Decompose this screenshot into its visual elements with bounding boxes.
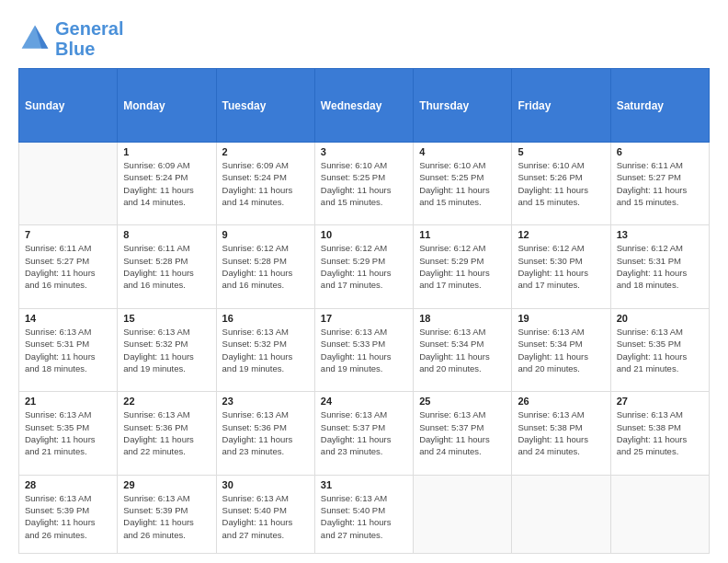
calendar-cell: 29Sunrise: 6:13 AM Sunset: 5:39 PM Dayli…: [118, 475, 216, 553]
day-number: 1: [123, 146, 210, 157]
day-info: Sunrise: 6:11 AM Sunset: 5:28 PM Dayligh…: [123, 242, 210, 291]
day-number: 17: [321, 313, 407, 324]
day-number: 19: [518, 313, 604, 324]
logo-text: General Blue: [55, 18, 123, 59]
day-info: Sunrise: 6:13 AM Sunset: 5:35 PM Dayligh…: [25, 408, 111, 457]
day-info: Sunrise: 6:13 AM Sunset: 5:37 PM Dayligh…: [419, 408, 506, 457]
weekday-header-saturday: Saturday: [610, 69, 709, 143]
calendar-cell: 31Sunrise: 6:13 AM Sunset: 5:40 PM Dayli…: [314, 475, 413, 553]
day-info: Sunrise: 6:13 AM Sunset: 5:33 PM Dayligh…: [321, 326, 407, 374]
day-number: 20: [617, 313, 703, 324]
calendar-cell: 13Sunrise: 6:12 AM Sunset: 5:31 PM Dayli…: [610, 225, 709, 308]
day-number: 15: [123, 313, 210, 324]
calendar-cell: [19, 143, 118, 225]
day-number: 4: [419, 146, 506, 157]
calendar-cell: 17Sunrise: 6:13 AM Sunset: 5:33 PM Dayli…: [314, 308, 413, 391]
calendar-week-5: 28Sunrise: 6:13 AM Sunset: 5:39 PM Dayli…: [19, 475, 710, 553]
weekday-header-sunday: Sunday: [19, 69, 118, 143]
calendar-cell: [414, 475, 512, 553]
calendar-cell: 3Sunrise: 6:10 AM Sunset: 5:25 PM Daylig…: [314, 143, 413, 225]
day-number: 25: [419, 396, 506, 407]
day-info: Sunrise: 6:10 AM Sunset: 5:25 PM Dayligh…: [419, 159, 506, 208]
day-info: Sunrise: 6:13 AM Sunset: 5:39 PM Dayligh…: [123, 492, 210, 541]
day-info: Sunrise: 6:13 AM Sunset: 5:36 PM Dayligh…: [123, 408, 210, 457]
calendar-cell: 12Sunrise: 6:12 AM Sunset: 5:30 PM Dayli…: [512, 225, 610, 308]
day-info: Sunrise: 6:13 AM Sunset: 5:31 PM Dayligh…: [25, 326, 111, 374]
calendar: SundayMondayTuesdayWednesdayThursdayFrid…: [18, 68, 710, 554]
day-number: 11: [419, 229, 506, 240]
day-number: 6: [617, 146, 703, 157]
day-number: 29: [123, 479, 210, 490]
day-info: Sunrise: 6:13 AM Sunset: 5:40 PM Dayligh…: [321, 492, 407, 541]
calendar-cell: 16Sunrise: 6:13 AM Sunset: 5:32 PM Dayli…: [216, 308, 314, 391]
day-info: Sunrise: 6:13 AM Sunset: 5:32 PM Dayligh…: [123, 326, 210, 374]
day-number: 26: [518, 396, 604, 407]
calendar-cell: 1Sunrise: 6:09 AM Sunset: 5:24 PM Daylig…: [118, 143, 216, 225]
calendar-cell: [512, 475, 610, 553]
day-number: 10: [321, 229, 407, 240]
day-info: Sunrise: 6:11 AM Sunset: 5:27 PM Dayligh…: [25, 242, 111, 291]
day-info: Sunrise: 6:13 AM Sunset: 5:36 PM Dayligh…: [222, 408, 309, 457]
day-number: 21: [25, 396, 111, 407]
day-info: Sunrise: 6:09 AM Sunset: 5:24 PM Dayligh…: [222, 159, 309, 208]
logo: General Blue: [18, 18, 123, 59]
weekday-header-friday: Friday: [512, 69, 610, 143]
day-info: Sunrise: 6:09 AM Sunset: 5:24 PM Dayligh…: [123, 159, 210, 208]
logo-icon: [18, 22, 51, 55]
day-info: Sunrise: 6:13 AM Sunset: 5:40 PM Dayligh…: [222, 492, 309, 541]
calendar-cell: 20Sunrise: 6:13 AM Sunset: 5:35 PM Dayli…: [610, 308, 709, 391]
calendar-week-3: 14Sunrise: 6:13 AM Sunset: 5:31 PM Dayli…: [19, 308, 710, 391]
weekday-header-tuesday: Tuesday: [216, 69, 314, 143]
calendar-week-4: 21Sunrise: 6:13 AM Sunset: 5:35 PM Dayli…: [19, 392, 710, 475]
day-info: Sunrise: 6:13 AM Sunset: 5:37 PM Dayligh…: [321, 408, 407, 457]
calendar-cell: 11Sunrise: 6:12 AM Sunset: 5:29 PM Dayli…: [414, 225, 512, 308]
day-number: 8: [123, 229, 210, 240]
calendar-cell: 9Sunrise: 6:12 AM Sunset: 5:28 PM Daylig…: [216, 225, 314, 308]
calendar-cell: 24Sunrise: 6:13 AM Sunset: 5:37 PM Dayli…: [314, 392, 413, 475]
calendar-cell: 15Sunrise: 6:13 AM Sunset: 5:32 PM Dayli…: [118, 308, 216, 391]
calendar-week-1: 1Sunrise: 6:09 AM Sunset: 5:24 PM Daylig…: [19, 143, 710, 225]
day-number: 9: [222, 229, 309, 240]
day-number: 16: [222, 313, 309, 324]
day-info: Sunrise: 6:10 AM Sunset: 5:26 PM Dayligh…: [518, 159, 604, 208]
weekday-header-monday: Monday: [118, 69, 216, 143]
day-info: Sunrise: 6:13 AM Sunset: 5:38 PM Dayligh…: [518, 408, 604, 457]
day-info: Sunrise: 6:13 AM Sunset: 5:38 PM Dayligh…: [617, 408, 703, 457]
calendar-cell: 27Sunrise: 6:13 AM Sunset: 5:38 PM Dayli…: [610, 392, 709, 475]
day-number: 2: [222, 146, 309, 157]
day-number: 28: [25, 479, 111, 490]
calendar-cell: [610, 475, 709, 553]
day-info: Sunrise: 6:13 AM Sunset: 5:32 PM Dayligh…: [222, 326, 309, 374]
calendar-cell: 28Sunrise: 6:13 AM Sunset: 5:39 PM Dayli…: [19, 475, 118, 553]
calendar-cell: 4Sunrise: 6:10 AM Sunset: 5:25 PM Daylig…: [414, 143, 512, 225]
calendar-cell: 10Sunrise: 6:12 AM Sunset: 5:29 PM Dayli…: [314, 225, 413, 308]
day-number: 31: [321, 479, 407, 490]
day-number: 14: [25, 313, 111, 324]
calendar-table: SundayMondayTuesdayWednesdayThursdayFrid…: [18, 68, 710, 554]
page: General Blue SundayMondayTuesdayWednesda…: [0, 0, 728, 563]
day-info: Sunrise: 6:10 AM Sunset: 5:25 PM Dayligh…: [321, 159, 407, 208]
day-info: Sunrise: 6:13 AM Sunset: 5:39 PM Dayligh…: [25, 492, 111, 541]
day-info: Sunrise: 6:12 AM Sunset: 5:29 PM Dayligh…: [419, 242, 506, 291]
day-number: 7: [25, 229, 111, 240]
header: General Blue: [18, 18, 710, 59]
calendar-cell: 2Sunrise: 6:09 AM Sunset: 5:24 PM Daylig…: [216, 143, 314, 225]
calendar-cell: 5Sunrise: 6:10 AM Sunset: 5:26 PM Daylig…: [512, 143, 610, 225]
calendar-cell: 14Sunrise: 6:13 AM Sunset: 5:31 PM Dayli…: [19, 308, 118, 391]
day-number: 12: [518, 229, 604, 240]
day-number: 13: [617, 229, 703, 240]
day-number: 3: [321, 146, 407, 157]
day-info: Sunrise: 6:13 AM Sunset: 5:34 PM Dayligh…: [419, 326, 506, 374]
calendar-cell: 21Sunrise: 6:13 AM Sunset: 5:35 PM Dayli…: [19, 392, 118, 475]
calendar-cell: 7Sunrise: 6:11 AM Sunset: 5:27 PM Daylig…: [19, 225, 118, 308]
calendar-week-2: 7Sunrise: 6:11 AM Sunset: 5:27 PM Daylig…: [19, 225, 710, 308]
day-info: Sunrise: 6:13 AM Sunset: 5:34 PM Dayligh…: [518, 326, 604, 374]
day-info: Sunrise: 6:12 AM Sunset: 5:28 PM Dayligh…: [222, 242, 309, 291]
weekday-header-thursday: Thursday: [414, 69, 512, 143]
calendar-header-row: SundayMondayTuesdayWednesdayThursdayFrid…: [19, 69, 710, 143]
day-info: Sunrise: 6:11 AM Sunset: 5:27 PM Dayligh…: [617, 159, 703, 208]
day-number: 27: [617, 396, 703, 407]
day-info: Sunrise: 6:12 AM Sunset: 5:30 PM Dayligh…: [518, 242, 604, 291]
calendar-cell: 19Sunrise: 6:13 AM Sunset: 5:34 PM Dayli…: [512, 308, 610, 391]
calendar-cell: 26Sunrise: 6:13 AM Sunset: 5:38 PM Dayli…: [512, 392, 610, 475]
